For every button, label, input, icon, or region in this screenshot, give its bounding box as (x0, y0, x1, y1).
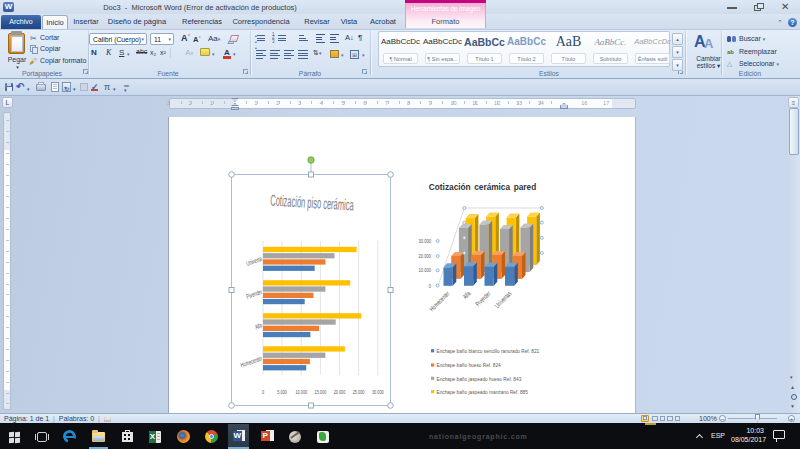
svg-text:Enchape baño jaspeado manzano: Enchape baño jaspeado manzano Ref. 885 (437, 388, 528, 395)
svg-text:Alfa: Alfa (254, 321, 264, 330)
svg-text:20.000: 20.000 (418, 252, 431, 259)
svg-text:Enchape baño hueso Ref. 824: Enchape baño hueso Ref. 824 (437, 362, 501, 369)
svg-text:Enchape baño jaspeado hueso R: Enchape baño jaspeado hueso Ref. 843 (437, 375, 522, 382)
svg-text:30.000: 30.000 (418, 237, 431, 244)
svg-text:30.000: 30.000 (372, 388, 384, 395)
svg-text:Homecenter: Homecenter (240, 354, 264, 368)
svg-text:Pivender: Pivender (245, 288, 263, 300)
svg-text:Cotización cerámica pared: Cotización cerámica pared (429, 182, 536, 193)
svg-text:Homecenter: Homecenter (428, 290, 451, 313)
svg-text:10.000: 10.000 (418, 266, 431, 273)
svg-text:10.000: 10.000 (295, 388, 307, 395)
svg-text:Pivender: Pivender (474, 290, 492, 308)
svg-text:Enchape baño blanco sencillo r: Enchape baño blanco sencillo ranurado Re… (437, 347, 540, 354)
svg-text:25.000: 25.000 (353, 388, 365, 395)
svg-text:Cotización piso cerámica: Cotización piso cerámica (270, 192, 355, 215)
svg-text:Univenta: Univenta (245, 255, 263, 268)
svg-text:15.000: 15.000 (315, 388, 327, 395)
svg-text:Univentas: Univentas (493, 290, 513, 310)
svg-text:Alfa: Alfa (461, 289, 472, 300)
svg-text:0: 0 (429, 282, 431, 289)
svg-text:0: 0 (262, 388, 264, 395)
svg-text:5.000: 5.000 (277, 388, 287, 395)
svg-text:20.000: 20.000 (334, 388, 346, 395)
